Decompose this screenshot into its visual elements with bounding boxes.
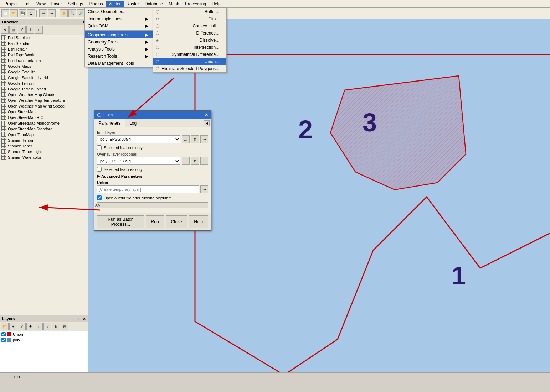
- menu-eliminate[interactable]: ⬡ Eliminate Selected Polygons...: [153, 65, 226, 72]
- browser-item[interactable]: OpenStreetMap: [0, 109, 88, 115]
- pan-btn[interactable]: ✋: [60, 9, 68, 17]
- save-as-btn[interactable]: 🖫: [27, 9, 35, 17]
- tab-parameters[interactable]: Parameters: [94, 119, 125, 127]
- layer-union-checkbox[interactable]: [1, 332, 6, 336]
- close-dialog-btn[interactable]: Close: [166, 215, 187, 228]
- browser-item[interactable]: Stamen Watercolor: [0, 155, 88, 160]
- overlay-selected-checkbox[interactable]: [97, 167, 102, 172]
- browser-item[interactable]: Open Weather Map Clouds: [0, 92, 88, 98]
- browser-item[interactable]: OpenStreetMap Standard: [0, 126, 88, 132]
- open-after-checkbox[interactable]: [97, 195, 102, 200]
- layers-down-btn[interactable]: ↓: [43, 323, 51, 330]
- browser-refresh-btn[interactable]: ↻: [1, 26, 9, 34]
- save-project-btn[interactable]: 💾: [19, 9, 26, 17]
- menu-edit[interactable]: Edit: [20, 1, 34, 7]
- advanced-params-header[interactable]: ▶ Advanced Parameters: [97, 174, 208, 178]
- browser-item[interactable]: Stamen Terrain: [0, 137, 88, 143]
- run-btn[interactable]: Run: [146, 215, 164, 228]
- layers-open-btn[interactable]: 📂: [1, 323, 9, 330]
- dialog-collapse-btn[interactable]: ◀: [204, 120, 210, 126]
- menu-raster[interactable]: Raster: [124, 1, 142, 7]
- menu-research[interactable]: Research Tools ▶: [85, 53, 155, 60]
- redo-btn[interactable]: ↪: [48, 9, 56, 17]
- menu-help[interactable]: Help: [209, 1, 223, 7]
- menu-geometry[interactable]: Geometry Tools ▶: [85, 38, 155, 46]
- menu-geoprocessing[interactable]: Geoprocessing Tools ▶: [85, 31, 155, 38]
- browser-item[interactable]: Esri Satellite: [0, 35, 88, 41]
- layers-collapse-btn[interactable]: ⊟: [61, 323, 68, 330]
- menu-intersection[interactable]: ⬡ Intersection...: [153, 44, 226, 51]
- menu-buffer[interactable]: ⬡ Buffer...: [153, 8, 226, 15]
- browser-properties-btn[interactable]: i: [26, 26, 34, 34]
- browser-item[interactable]: Google Satellite: [0, 69, 88, 75]
- overlay-layer-dots-btn[interactable]: ⋯: [200, 157, 208, 165]
- menu-quickosm[interactable]: QuickOSM ▶: [85, 22, 155, 30]
- menu-union[interactable]: ⬡ Union...: [153, 58, 226, 65]
- layers-add-btn[interactable]: +: [9, 323, 17, 330]
- new-project-btn[interactable]: 📄: [1, 9, 9, 17]
- layers-minimize-btn[interactable]: ◻: [78, 317, 81, 321]
- browser-item[interactable]: Google Maps: [0, 63, 88, 69]
- zoom-out-btn[interactable]: 🔎: [77, 9, 85, 17]
- menu-settings[interactable]: Settings: [65, 1, 86, 7]
- browser-item[interactable]: Esri Standard: [0, 41, 88, 46]
- browser-item[interactable]: OpenStreetMap Monochrome: [0, 120, 88, 126]
- layers-up-btn[interactable]: ↑: [35, 323, 43, 330]
- menu-processing[interactable]: Processing: [182, 1, 209, 7]
- overlay-layer-config-btn[interactable]: ⚙: [191, 157, 199, 165]
- menu-difference[interactable]: ⬡ Difference...: [153, 30, 226, 37]
- menu-analysis[interactable]: Analysis Tools ▶: [85, 46, 155, 53]
- browser-item[interactable]: Google Terrain: [0, 80, 88, 86]
- help-dialog-btn[interactable]: Help: [189, 215, 208, 228]
- menu-mesh[interactable]: Mesh: [166, 1, 182, 7]
- menu-dissolve[interactable]: ◈ Dissolve...: [153, 37, 226, 44]
- tab-log[interactable]: Log: [125, 119, 141, 127]
- browser-add-btn[interactable]: +: [35, 26, 43, 34]
- browser-item[interactable]: Esri Terrain: [0, 46, 88, 52]
- dialog-close-btn[interactable]: ✕: [205, 113, 208, 117]
- input-layer-dots-btn[interactable]: ⋯: [200, 135, 208, 143]
- layer-poly[interactable]: poly: [0, 337, 88, 343]
- menu-join-lines[interactable]: Join multiple lines ▶: [85, 15, 155, 22]
- browser-item[interactable]: Esri Topo World: [0, 52, 88, 58]
- browser-item[interactable]: Open Weather Map Wind Speed: [0, 103, 88, 109]
- browser-item[interactable]: Esri Transportation: [0, 58, 88, 63]
- menu-vector[interactable]: Vector: [106, 1, 124, 7]
- browser-item[interactable]: OpenStreetMap H.O.T.: [0, 115, 88, 120]
- menu-convex-hull[interactable]: ⬠ Convex Hull...: [153, 22, 226, 30]
- menu-clip[interactable]: ✂ Clip...: [153, 15, 226, 22]
- browser-item[interactable]: Stamen Toner Light: [0, 149, 88, 155]
- menu-plugins[interactable]: Plugins: [86, 1, 106, 7]
- browser-item[interactable]: Open Weather Map Temperature: [0, 98, 88, 103]
- menu-check-geometries[interactable]: Check Geometries...: [85, 8, 155, 15]
- layer-union[interactable]: Union: [0, 331, 88, 337]
- menu-data-mgmt[interactable]: Data Management Tools: [85, 60, 155, 67]
- output-dots-btn[interactable]: ⋯: [200, 185, 208, 193]
- layers-delete-btn[interactable]: 🗑: [52, 323, 60, 330]
- browser-item[interactable]: Stamen Toner: [0, 143, 88, 149]
- output-field[interactable]: [97, 185, 199, 193]
- overlay-layer-select-btn[interactable]: …: [182, 157, 190, 165]
- browser-item[interactable]: Google Terrain Hybrid: [0, 86, 88, 92]
- menu-view[interactable]: View: [34, 1, 48, 7]
- browser-item[interactable]: OpenTopoMap: [0, 132, 88, 137]
- run-batch-btn[interactable]: Run as Batch Process...: [97, 215, 144, 228]
- input-layer-select-btn[interactable]: …: [182, 135, 190, 143]
- zoom-in-btn[interactable]: 🔍: [68, 9, 76, 17]
- overlay-layer-select[interactable]: poly [EPSG:3857]: [97, 157, 180, 165]
- browser-item[interactable]: Google Satellite Hybrid: [0, 75, 88, 80]
- layer-poly-checkbox[interactable]: [1, 338, 6, 342]
- menu-layer[interactable]: Layer: [48, 1, 65, 7]
- layers-properties-btn[interactable]: ⚙: [26, 323, 34, 330]
- open-project-btn[interactable]: 📂: [10, 9, 18, 17]
- layers-close-btn[interactable]: ✕: [83, 317, 86, 321]
- undo-btn[interactable]: ↩: [39, 9, 47, 17]
- browser-collapse-all-btn[interactable]: ⊟: [9, 26, 17, 34]
- menu-database[interactable]: Database: [142, 1, 166, 7]
- input-selected-checkbox[interactable]: [97, 145, 102, 150]
- layers-filter-btn[interactable]: Y: [18, 323, 26, 330]
- browser-filter-btn[interactable]: Y: [18, 26, 26, 34]
- menu-sym-diff[interactable]: ⬡ Symmetrical Difference...: [153, 51, 226, 58]
- input-layer-config-btn[interactable]: ⚙: [191, 135, 199, 143]
- input-layer-select[interactable]: poly [EPSG:3857]: [97, 135, 180, 143]
